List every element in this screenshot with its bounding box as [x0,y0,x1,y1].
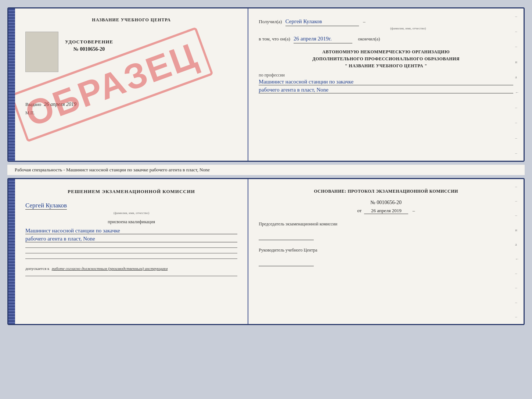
bottom-left-page: Решением экзаменационной комиссии Сергей… [15,179,248,324]
protocol-from-label: от [357,208,362,213]
vydano-line: Выдано 26 апреля 2019 [25,101,237,107]
familiya-hint: (фамилия, имя, отчество) [303,26,513,31]
right-page-top: Получил(а) Сергей Кулаков – (фамилия, им… [248,8,524,161]
komissia-title: Решением экзаменационной комиссии [25,188,237,195]
osnование-title: Основание: протокол экзаменационной коми… [259,188,513,195]
mp-label: М.П. [25,110,237,116]
qualification-line1: Машинист насосной станции по закачке [25,228,237,234]
vtom-date: 26 апреля 2019г. [294,35,352,43]
org-line1: АВТОНОМНУЮ НЕКОММЕРЧЕСКУЮ ОРГАНИЗАЦИЮ [259,49,513,56]
bottom-left-name: Сергей Кулаков [25,202,67,210]
underline-4 [25,276,237,276]
org-line2: ДОПОЛНИТЕЛЬНОГО ПРОФЕССИОНАЛЬНОГО ОБРАЗО… [259,56,513,63]
predsedatel-block: Председатель экзаменационной комиссии [259,221,513,240]
bottom-left-name-hint: (фамилия, имя, отчество) [25,211,237,215]
photo-placeholder [25,32,58,72]
udostoverenie-title: УДОСТОВЕРЕНИЕ [65,39,113,45]
profession-line2: рабочего агента в пласт, None [259,87,513,93]
left-page-top: НАЗВАНИЕ УЧЕБНОГО ЦЕНТРА УДОСТОВЕРЕНИЕ №… [15,8,248,161]
top-certificate-book: НАЗВАНИЕ УЧЕБНОГО ЦЕНТРА УДОСТОВЕРЕНИЕ №… [7,7,525,162]
bottom-right-side-decorations: –––иа←–––– [515,179,519,324]
middle-text: Рабочая специальность - Машинист насосно… [7,165,525,175]
poluchil-name: Сергей Кулаков [285,17,359,26]
okonchil-label: окончил(а) [358,36,380,42]
poluchil-label: Получил(а) [259,19,282,24]
udostoverenie-number: № 0010656-20 [65,46,113,52]
right-side-decorations: –––иа←–––– [515,8,519,161]
predsedatel-title: Председатель экзаменационной комиссии [259,221,513,227]
predsedatel-signature-line [259,233,314,240]
vtom-label: в том, что он(а) [259,36,290,42]
udostoverenie-block: УДОСТОВЕРЕНИЕ № 0010656-20 [65,28,113,52]
org-line3: " НАЗВАНИЕ УЧЕБНОГО ЦЕНТРА " [259,63,513,70]
rukovoditel-block: Руководитель учебного Центра [259,247,513,266]
protocol-date-value: 26 апреля 2019 [364,208,408,214]
protocol-number: № 0010656-20 [259,200,513,206]
middle-text-content: Рабочая специальность - Машинист насосно… [15,167,210,172]
org-block: АВТОНОМНУЮ НЕКОММЕРЧЕСКУЮ ОРГАНИЗАЦИЮ ДО… [259,49,513,70]
rukovoditel-signature-line [259,259,314,266]
page-container: НАЗВАНИЕ УЧЕБНОГО ЦЕНТРА УДОСТОВЕРЕНИЕ №… [7,7,525,325]
book-spine-top [8,8,15,161]
poluchil-line: Получил(а) Сергей Кулаков – (фамилия, им… [259,17,513,31]
bottom-certificate-book: Решением экзаменационной комиссии Сергей… [7,178,525,325]
dopuskaetsya-block: допускается к работе согласно должностны… [25,266,237,271]
vydano-label: Выдано [25,101,41,107]
book-spine-bottom [8,179,15,324]
dopuskaetsya-label: допускается к [25,266,49,271]
vtom-line: в том, что он(а) 26 апреля 2019г. окончи… [259,35,513,43]
prisvoena-label: присвоена квалификация [25,219,237,225]
po-professii-label: по профессии [259,72,513,78]
rukovoditel-title: Руководитель учебного Центра [259,247,513,253]
underline-3 [25,259,237,259]
dopuskaetsya-work: работе согласно должностным (производств… [52,266,168,271]
vydano-date: 26 апреля 2019 [44,101,76,107]
qualification-line2: рабочего агента в пласт, None [25,236,237,242]
top-left-title: НАЗВАНИЕ УЧЕБНОГО ЦЕНТРА [25,17,237,23]
left-bottom: Выдано 26 апреля 2019 М.П. [25,72,237,116]
underline-2 [25,253,237,253]
underline-1 [25,247,237,248]
profession-line1: Машинист насосной станции по закачке [259,79,513,85]
protocol-date: от 26 апреля 2019 – [259,208,513,214]
bottom-right-page: Основание: протокол экзаменационной коми… [248,179,524,324]
